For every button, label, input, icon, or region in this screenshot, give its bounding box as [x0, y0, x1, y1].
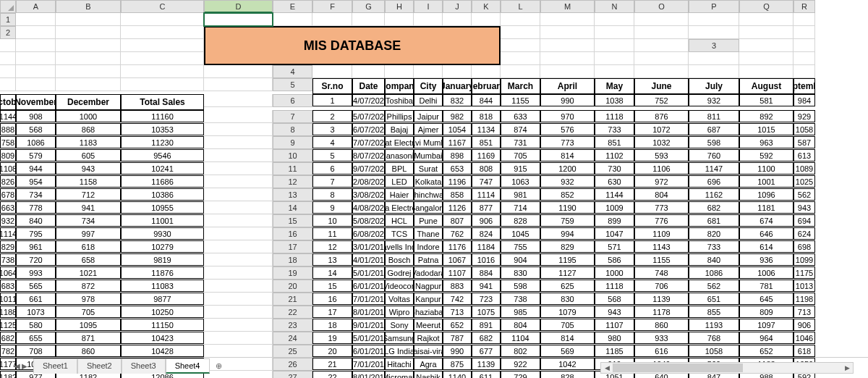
- cell[interactable]: [793, 65, 815, 78]
- add-sheet-button[interactable]: ⊕: [210, 359, 228, 373]
- cell[interactable]: [634, 13, 689, 26]
- table-cell[interactable]: 1032: [634, 136, 689, 148]
- table-cell[interactable]: 562: [793, 188, 815, 201]
- table-cell[interactable]: 832: [443, 94, 472, 106]
- table-cell[interactable]: 884: [472, 266, 501, 279]
- col-header-D[interactable]: D: [204, 0, 273, 13]
- table-cell[interactable]: Kolkata: [414, 175, 443, 188]
- table-cell[interactable]: 1114: [0, 227, 16, 240]
- cell[interactable]: [312, 13, 352, 26]
- table-cell[interactable]: Havells India: [385, 240, 414, 253]
- cell[interactable]: [0, 65, 16, 78]
- table-cell[interactable]: BPL: [385, 162, 414, 175]
- table-cell[interactable]: 9930: [121, 227, 204, 240]
- table-cell[interactable]: 565: [16, 280, 56, 292]
- table-cell[interactable]: 1086: [16, 136, 56, 148]
- cell[interactable]: [56, 13, 121, 26]
- cell[interactable]: [739, 26, 793, 39]
- table-cell[interactable]: 568: [16, 123, 56, 135]
- table-cell[interactable]: 742: [443, 293, 472, 305]
- table-cell[interactable]: 738: [501, 293, 540, 305]
- row-header-23[interactable]: 23: [273, 319, 312, 332]
- table-cell[interactable]: 773: [634, 201, 689, 214]
- cell[interactable]: [739, 52, 793, 65]
- table-cell[interactable]: 614: [739, 240, 793, 253]
- table-cell[interactable]: 9546: [121, 149, 204, 161]
- table-cell[interactable]: 809: [0, 149, 16, 161]
- table-cell[interactable]: 1183: [56, 136, 121, 148]
- cell[interactable]: [739, 13, 793, 26]
- cell[interactable]: [204, 306, 273, 319]
- table-cell[interactable]: 1104: [501, 332, 540, 344]
- table-cell[interactable]: 705: [501, 149, 540, 161]
- table-cell[interactable]: 1097: [739, 319, 793, 331]
- table-cell[interactable]: 618: [56, 240, 121, 253]
- cell[interactable]: [56, 65, 121, 78]
- cell[interactable]: [273, 13, 312, 26]
- cell[interactable]: [689, 65, 739, 78]
- table-cell[interactable]: 1054: [443, 123, 472, 135]
- cell[interactable]: [595, 13, 634, 26]
- table-cell[interactable]: 891: [472, 319, 501, 331]
- row-header-6[interactable]: 6: [273, 94, 312, 107]
- row-header-21[interactable]: 21: [273, 293, 312, 306]
- table-cell[interactable]: Mumbai: [414, 149, 443, 161]
- table-cell[interactable]: 1158: [56, 175, 121, 188]
- table-cell[interactable]: 994: [540, 227, 595, 240]
- cell[interactable]: [385, 13, 414, 26]
- table-cell[interactable]: 07/07/2021: [352, 136, 385, 148]
- table-cell[interactable]: 05/07/2021: [352, 110, 385, 122]
- table-cell[interactable]: 586: [595, 253, 634, 266]
- cell[interactable]: [634, 39, 689, 52]
- table-cell[interactable]: Jaipur: [414, 110, 443, 122]
- table-header[interactable]: Sr.no: [312, 78, 352, 94]
- table-cell[interactable]: 1064: [0, 266, 16, 279]
- table-cell[interactable]: 593: [634, 149, 689, 161]
- cell[interactable]: [443, 65, 472, 78]
- table-cell[interactable]: 09/07/2021: [352, 162, 385, 175]
- col-header-G[interactable]: G: [352, 0, 385, 13]
- table-cell[interactable]: 734: [16, 188, 56, 201]
- table-cell[interactable]: Micromax: [385, 371, 414, 378]
- tab-nav[interactable]: ◀ ▶: [14, 362, 33, 370]
- cell[interactable]: [204, 227, 273, 240]
- table-cell[interactable]: 1042: [540, 358, 595, 370]
- table-cell[interactable]: 762: [443, 227, 472, 240]
- table-cell[interactable]: 1155: [501, 94, 540, 106]
- table-cell[interactable]: 778: [16, 201, 56, 214]
- table-cell[interactable]: Bharat Electricals: [385, 136, 414, 148]
- row-header-1[interactable]: 1: [0, 13, 16, 26]
- table-cell[interactable]: 10955: [121, 201, 204, 214]
- scroll-left-icon[interactable]: ◀: [601, 364, 613, 371]
- sheet-tab-sheet2[interactable]: Sheet2: [77, 358, 122, 374]
- table-cell[interactable]: 6: [312, 162, 352, 175]
- table-cell[interactable]: Meerut: [414, 319, 443, 331]
- table-cell[interactable]: 868: [56, 123, 121, 135]
- cell[interactable]: [689, 52, 739, 65]
- cell[interactable]: [204, 332, 273, 345]
- table-cell[interactable]: 1147: [689, 162, 739, 175]
- table-cell[interactable]: 06/01/2018: [352, 280, 385, 292]
- table-cell[interactable]: 10279: [121, 240, 204, 253]
- table-cell[interactable]: 855: [689, 306, 739, 318]
- table-cell[interactable]: 21: [312, 358, 352, 370]
- cell[interactable]: [540, 52, 595, 65]
- table-cell[interactable]: 653: [443, 162, 472, 175]
- table-cell[interactable]: Toshiba: [385, 94, 414, 106]
- table-cell[interactable]: 11: [312, 227, 352, 240]
- table-cell[interactable]: 932: [0, 214, 16, 227]
- cell[interactable]: [56, 39, 121, 52]
- scroll-thumb[interactable]: [613, 364, 743, 372]
- table-cell[interactable]: 1125: [0, 319, 16, 331]
- col-header-C[interactable]: C: [121, 0, 204, 13]
- table-cell[interactable]: Agra: [414, 358, 443, 370]
- table-cell[interactable]: 9819: [121, 253, 204, 266]
- col-header-P[interactable]: P: [689, 0, 739, 13]
- cell[interactable]: [540, 39, 595, 52]
- tab-next-icon[interactable]: ▶: [22, 362, 27, 370]
- table-cell[interactable]: LED: [385, 175, 414, 188]
- table-cell[interactable]: 1000: [595, 266, 634, 279]
- table-cell[interactable]: 1177: [0, 358, 16, 370]
- cell[interactable]: [472, 65, 501, 78]
- cell[interactable]: [204, 65, 273, 78]
